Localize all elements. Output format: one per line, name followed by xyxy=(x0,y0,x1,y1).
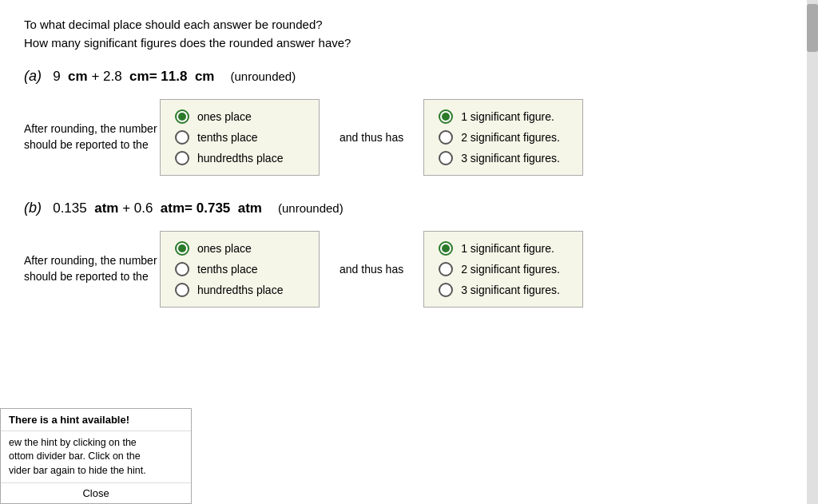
eq-a-p1: 9 xyxy=(49,69,68,85)
radio-label-b-sig2: 2 significant figures. xyxy=(461,263,560,276)
equation-a: (a) 9 cm + 2.8 cm = 11.8 cm (unrounded) xyxy=(24,68,794,85)
hint-close-area: Close xyxy=(1,482,191,503)
eq-b-unit3: atm xyxy=(238,200,262,216)
radio-b-ones[interactable]: ones place xyxy=(175,241,304,256)
problem-a: (a) 9 cm + 2.8 cm = 11.8 cm (unrounded) … xyxy=(24,68,794,176)
eq-b-eq: = 0.735 xyxy=(185,200,238,216)
radio-label-a-sig2: 2 significant figures. xyxy=(461,131,560,144)
radio-a-tenths[interactable]: tenths place xyxy=(175,130,304,145)
hint-popup: There is a hint available! ew the hint b… xyxy=(0,408,192,505)
place-options-b: ones place tenths place hundredths place xyxy=(160,231,320,308)
radio-label-b-tenths: tenths place xyxy=(197,263,258,276)
eq-a-eq: = 11.8 xyxy=(149,69,195,85)
radio-circle-a-sig2[interactable] xyxy=(439,130,453,145)
radio-a-sig1[interactable]: 1 significant figure. xyxy=(439,109,568,124)
radio-circle-a-hundredths[interactable] xyxy=(175,151,189,165)
problem-b: (b) 0.135 atm + 0.6 atm = 0.735 atm (unr… xyxy=(24,200,794,308)
radio-b-hundredths[interactable]: hundredths place xyxy=(175,283,304,297)
radio-label-b-sig3: 3 significant figures. xyxy=(461,284,560,296)
hint-title: There is a hint available! xyxy=(1,409,191,431)
radio-b-sig2[interactable]: 2 significant figures. xyxy=(439,262,568,276)
eq-a-op: + 2.8 xyxy=(88,69,129,85)
radio-b-tenths[interactable]: tenths place xyxy=(175,262,304,276)
radio-a-sig3[interactable]: 3 significant figures. xyxy=(439,151,568,165)
radio-circle-b-sig2[interactable] xyxy=(439,262,453,276)
radio-circle-a-sig3[interactable] xyxy=(439,151,453,165)
radio-circle-b-ones[interactable] xyxy=(175,241,189,256)
eq-b-unit1: atm xyxy=(94,200,118,216)
hint-close-button[interactable]: Close xyxy=(82,487,109,499)
unrounded-b: (unrounded) xyxy=(278,201,343,215)
after-rounding-label-b: After rounding, the numbershould be repo… xyxy=(24,253,160,284)
scrollbar[interactable] xyxy=(807,0,818,504)
radio-circle-a-sig1[interactable] xyxy=(439,109,453,124)
label-b: (b) xyxy=(24,200,42,216)
eq-b-unit2: atm xyxy=(161,200,185,216)
eq-b-op: + 0.6 xyxy=(118,200,160,216)
instructions: To what decimal place should each answer… xyxy=(24,16,794,52)
eq-a-unit1: cm xyxy=(68,69,88,85)
radio-circle-a-ones[interactable] xyxy=(175,109,189,124)
answer-row-b: After rounding, the numbershould be repo… xyxy=(24,231,794,308)
eq-a-unit2: cm xyxy=(129,69,149,85)
radio-circle-b-hundredths[interactable] xyxy=(175,283,189,297)
radio-circle-b-tenths[interactable] xyxy=(175,262,189,276)
and-thus-has-b: and thus has xyxy=(340,263,403,276)
radio-label-a-sig1: 1 significant figure. xyxy=(461,110,554,123)
answer-row-a: After rounding, the numbershould be repo… xyxy=(24,99,794,176)
eq-a-unit3: cm xyxy=(195,69,215,85)
radio-a-hundredths[interactable]: hundredths place xyxy=(175,151,304,165)
radio-label-a-ones: ones place xyxy=(197,110,252,123)
radio-label-a-tenths: tenths place xyxy=(197,131,258,144)
radio-circle-b-sig1[interactable] xyxy=(439,241,453,256)
radio-label-b-ones: ones place xyxy=(197,242,252,255)
label-a: (a) xyxy=(24,68,42,85)
scrollbar-thumb[interactable] xyxy=(807,4,818,52)
sig-fig-options-a: 1 significant figure. 2 significant figu… xyxy=(423,99,583,176)
radio-b-sig1[interactable]: 1 significant figure. xyxy=(439,241,568,256)
sig-fig-options-b: 1 significant figure. 2 significant figu… xyxy=(423,231,583,308)
radio-b-sig3[interactable]: 3 significant figures. xyxy=(439,283,568,297)
and-thus-has-a: and thus has xyxy=(340,131,403,144)
equation-b: (b) 0.135 atm + 0.6 atm = 0.735 atm (unr… xyxy=(24,200,794,216)
radio-label-b-sig1: 1 significant figure. xyxy=(461,242,554,255)
eq-b-p1: 0.135 xyxy=(49,200,94,216)
hint-body: ew the hint by clicking on the ottom div… xyxy=(1,431,191,483)
radio-a-ones[interactable]: ones place xyxy=(175,109,304,124)
unrounded-a: (unrounded) xyxy=(230,69,296,83)
place-options-a: ones place tenths place hundredths place xyxy=(160,99,320,176)
after-rounding-label-a: After rounding, the numbershould be repo… xyxy=(24,121,160,153)
radio-a-sig2[interactable]: 2 significant figures. xyxy=(439,130,568,145)
radio-label-a-hundredths: hundredths place xyxy=(197,152,283,165)
radio-circle-a-tenths[interactable] xyxy=(175,130,189,145)
radio-label-b-hundredths: hundredths place xyxy=(197,284,283,296)
radio-circle-b-sig3[interactable] xyxy=(439,283,453,297)
radio-label-a-sig3: 3 significant figures. xyxy=(461,152,560,165)
